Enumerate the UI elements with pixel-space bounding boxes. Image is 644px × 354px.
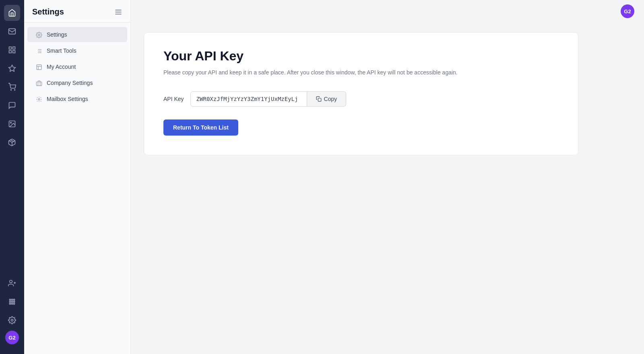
sidebar-toggle-icon[interactable] [114, 8, 122, 16]
sidebar-item-smart-tools[interactable]: Smart Tools [27, 43, 127, 58]
top-bar: G2 [131, 0, 644, 23]
api-key-card: Your API Key Please copy your API and ke… [144, 32, 578, 155]
content-area: Your API Key Please copy your API and ke… [131, 23, 644, 354]
mailbox-icon [35, 95, 43, 103]
nav-apps-icon[interactable] [4, 294, 20, 310]
account-icon [35, 63, 43, 70]
svg-rect-2 [13, 47, 15, 49]
svg-point-21 [9, 303, 10, 304]
svg-point-9 [10, 122, 11, 123]
svg-point-12 [10, 280, 12, 283]
nav-grid-icon[interactable] [4, 42, 20, 58]
svg-point-16 [11, 299, 12, 300]
nav-package-icon[interactable] [4, 134, 20, 150]
copy-button[interactable]: Copy [307, 91, 347, 107]
svg-point-6 [11, 90, 12, 91]
nav-mail-icon[interactable] [4, 23, 20, 39]
svg-point-18 [9, 301, 10, 302]
smart-tools-icon [35, 47, 43, 54]
svg-point-19 [11, 301, 12, 302]
svg-rect-38 [36, 82, 41, 85]
svg-point-15 [9, 299, 10, 300]
copy-button-label: Copy [324, 96, 337, 102]
sidebar-nav: Settings Smart Tools My Acc [24, 23, 130, 111]
page-title: Your API Key [163, 49, 559, 64]
svg-point-24 [11, 319, 13, 321]
sidebar-header: Settings [24, 0, 130, 23]
company-icon [35, 79, 43, 86]
svg-rect-4 [13, 51, 15, 53]
settings-icon [35, 31, 43, 38]
sidebar-item-mailbox-settings[interactable]: Mailbox Settings [27, 91, 127, 107]
svg-line-10 [10, 140, 14, 142]
sidebar-title: Settings [32, 7, 64, 16]
copy-icon [316, 96, 322, 102]
api-key-label: API Key [163, 96, 184, 102]
page-description: Please copy your API and keep it in a sa… [163, 68, 559, 77]
sidebar-item-company-settings[interactable]: Company Settings [27, 75, 127, 91]
sidebar-item-mailbox-settings-label: Mailbox Settings [47, 96, 88, 102]
nav-home-icon[interactable] [4, 5, 20, 21]
nav-chat-icon[interactable] [4, 97, 20, 113]
sidebar-item-my-account[interactable]: My Account [27, 59, 127, 74]
svg-point-28 [38, 34, 40, 36]
api-key-input[interactable] [190, 91, 307, 107]
sidebar-item-smart-tools-label: Smart Tools [47, 47, 76, 54]
svg-rect-1 [9, 47, 12, 49]
sidebar-item-settings-label: Settings [47, 31, 67, 38]
sidebar-item-my-account-label: My Account [47, 64, 76, 70]
svg-point-23 [13, 303, 14, 304]
svg-marker-5 [9, 65, 16, 72]
main-content: G2 Your API Key Please copy your API and… [131, 0, 644, 354]
svg-point-17 [13, 299, 14, 300]
svg-point-20 [13, 301, 14, 302]
svg-rect-40 [318, 98, 321, 101]
icon-rail: G2 [0, 0, 24, 354]
top-bar-avatar[interactable]: G2 [621, 4, 634, 18]
sidebar: Settings Settings [24, 0, 131, 354]
nav-add-user-icon[interactable] [4, 275, 20, 291]
nav-star-icon[interactable] [4, 60, 20, 76]
svg-point-39 [38, 99, 40, 100]
nav-cart-icon[interactable] [4, 79, 20, 95]
nav-settings-gear-icon[interactable] [4, 312, 20, 328]
nav-image-icon[interactable] [4, 116, 20, 132]
api-key-row: API Key Copy [163, 91, 559, 107]
sidebar-item-settings[interactable]: Settings [27, 27, 127, 42]
svg-point-7 [14, 90, 15, 91]
svg-rect-3 [9, 51, 12, 53]
return-button-label: Return To Token List [173, 124, 229, 131]
user-avatar[interactable]: G2 [5, 331, 19, 344]
svg-rect-0 [9, 29, 16, 34]
return-to-token-list-button[interactable]: Return To Token List [163, 119, 238, 136]
svg-rect-35 [37, 65, 41, 70]
sidebar-item-company-settings-label: Company Settings [47, 80, 93, 86]
svg-point-22 [11, 303, 12, 304]
